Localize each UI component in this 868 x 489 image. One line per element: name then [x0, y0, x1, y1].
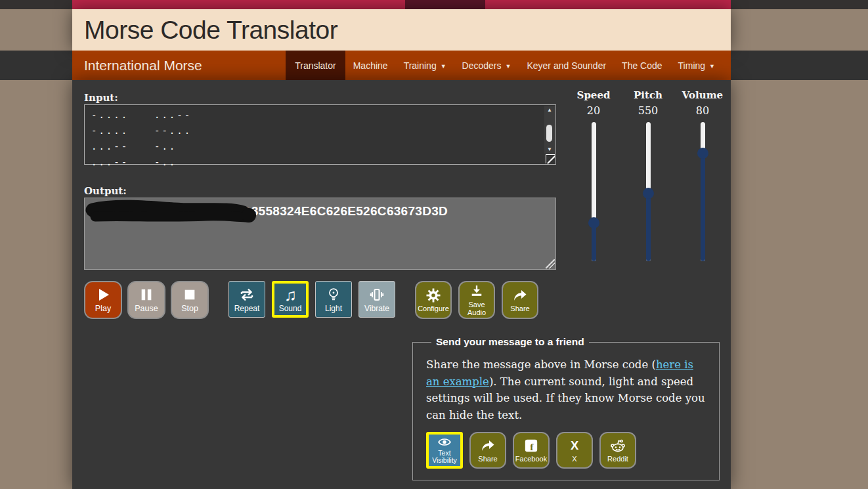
save-audio-button[interactable]: Save Audio	[458, 281, 495, 319]
stop-button[interactable]: Stop	[171, 281, 209, 319]
resize-grip-icon[interactable]	[546, 154, 555, 163]
resize-grip-icon[interactable]	[546, 259, 555, 268]
pause-button[interactable]: Pause	[127, 281, 165, 319]
share-button-row: Text Visibility Share f	[426, 432, 706, 469]
output-label: Output:	[84, 185, 127, 197]
button-label: Repeat	[234, 305, 260, 313]
slider-label: Volume	[676, 89, 729, 101]
slider-label: Speed	[567, 89, 620, 101]
nav-menu: Translator Machine Training ▼ Decoders ▼…	[286, 51, 731, 80]
slider-fill	[646, 193, 651, 261]
slider-label: Pitch	[622, 89, 674, 101]
redaction-scribble	[85, 200, 261, 227]
lightbulb-icon	[326, 286, 341, 303]
volume-slider[interactable]	[701, 122, 705, 261]
nav-item-the-code[interactable]: The Code	[614, 51, 670, 80]
slider-value: 20	[567, 104, 620, 117]
input-label: Input:	[84, 92, 118, 104]
reddit-share-button[interactable]: Reddit	[599, 432, 636, 469]
pause-icon	[139, 286, 154, 303]
eye-icon	[437, 436, 452, 448]
output-text: 84A3558324E6C626E526C63673D3D	[228, 204, 448, 219]
share-section-legend: Send your message to a friend	[431, 336, 589, 348]
share-description: Share the message above in Morse code (h…	[426, 356, 706, 423]
gear-icon	[425, 287, 441, 304]
nav-item-machine[interactable]: Machine	[345, 51, 396, 80]
button-label: Reddit	[607, 456, 628, 463]
slider-value: 550	[622, 104, 674, 117]
vibrate-icon	[369, 286, 385, 303]
nav-item-timing[interactable]: Timing ▼	[670, 51, 723, 80]
x-share-button[interactable]: X X	[556, 432, 593, 469]
main-content-row: Input: -.... ...-- -.... --... ...-- -..…	[0, 80, 868, 489]
button-label: Configure	[418, 305, 449, 313]
share-message-button[interactable]: Share	[469, 432, 506, 469]
nav-item-keyer-and-sounder[interactable]: Keyer and Sounder	[519, 51, 614, 80]
button-label: Share	[510, 305, 529, 313]
nav-item-label: Decoders	[462, 60, 502, 71]
scroll-up-icon[interactable]: ▲	[544, 106, 555, 114]
button-label: Play	[95, 305, 111, 313]
output-field[interactable]: 84A3558324E6C626E526C63673D3D	[84, 198, 556, 270]
chevron-down-icon: ▼	[506, 63, 511, 70]
light-button[interactable]: Light	[315, 281, 352, 318]
button-label: Share	[478, 456, 497, 463]
share-button[interactable]: Share	[502, 281, 538, 319]
facebook-icon: f	[524, 437, 538, 454]
sound-button[interactable]: ♫ Sound	[272, 281, 309, 318]
nav-item-training[interactable]: Training ▼	[396, 51, 454, 80]
slider-fill	[701, 153, 705, 261]
play-icon	[95, 286, 111, 303]
scroll-down-icon[interactable]: ▼	[544, 145, 555, 154]
scrollbar-track[interactable]	[544, 114, 555, 145]
button-label: Save Audio	[460, 301, 494, 316]
nav-item-translator[interactable]: Translator	[286, 51, 345, 80]
nav-item-label: Timing	[678, 60, 706, 71]
volume-slider-group: Volume 80	[676, 89, 729, 261]
facebook-share-button[interactable]: f Facebook	[513, 432, 550, 469]
button-label: X	[572, 456, 576, 463]
button-label: Facebook	[515, 456, 547, 463]
button-label: Light	[325, 305, 342, 313]
chevron-down-icon: ▼	[441, 63, 446, 70]
top-accent-strip	[72, 0, 731, 9]
play-button[interactable]: Play	[84, 281, 122, 319]
top-band	[0, 0, 868, 9]
page-title: Morse Code Translator	[84, 16, 337, 45]
morse-input-field[interactable]: -.... ...-- -.... --... ...-- -.. ...-- …	[84, 104, 556, 165]
header-row: Morse Code Translator	[0, 9, 868, 51]
button-label: Vibrate	[364, 305, 389, 313]
scrollbar-thumb[interactable]	[546, 125, 552, 142]
nav-band: International Morse Translator Machine T…	[0, 51, 868, 80]
text-visibility-button[interactable]: Text Visibility	[426, 432, 463, 469]
share-arrow-icon	[512, 287, 528, 304]
nav-item-decoders[interactable]: Decoders ▼	[454, 51, 519, 80]
slider-value: 80	[676, 104, 729, 117]
main-nav: International Morse Translator Machine T…	[72, 51, 731, 80]
slider-thumb[interactable]	[643, 188, 654, 199]
slider-thumb[interactable]	[697, 148, 708, 159]
stop-icon	[183, 286, 197, 303]
main-content: Input: -.... ...-- -.... --... ...-- -..…	[72, 80, 731, 489]
input-scrollbar[interactable]: ▲ ▼	[544, 106, 555, 154]
pitch-slider[interactable]	[646, 122, 651, 261]
svg-text:X: X	[571, 439, 579, 453]
vibrate-button[interactable]: Vibrate	[358, 281, 395, 318]
x-logo-icon: X	[567, 437, 582, 454]
download-icon	[469, 283, 484, 300]
nav-item-label: Training	[404, 60, 437, 71]
repeat-button[interactable]: Repeat	[228, 281, 265, 318]
button-label: Sound	[279, 305, 302, 313]
morse-input-text: -.... ...-- -.... --... ...-- -.. ...-- …	[85, 105, 555, 170]
nav-item-label: The Code	[622, 60, 662, 71]
pitch-slider-group: Pitch 550	[622, 89, 674, 261]
music-note-icon: ♫	[284, 286, 297, 303]
configure-button[interactable]: Configure	[415, 281, 452, 319]
button-label: Text Visibility	[429, 450, 460, 464]
repeat-icon	[239, 286, 255, 303]
speed-slider[interactable]	[592, 122, 596, 261]
slider-thumb[interactable]	[588, 217, 599, 228]
nav-item-label: Machine	[353, 60, 388, 71]
nav-item-label: Keyer and Sounder	[527, 60, 606, 71]
reddit-icon	[609, 437, 626, 454]
